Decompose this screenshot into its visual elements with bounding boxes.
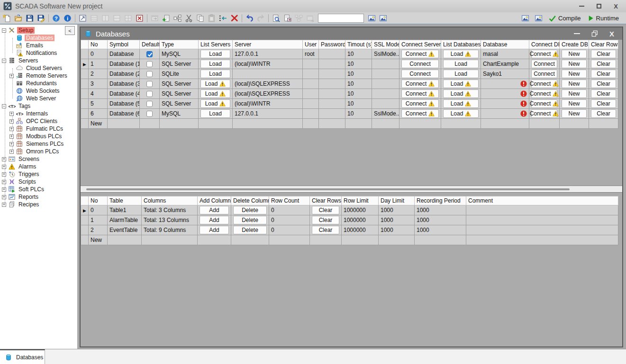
tree-item-redundants[interactable]: Redundants [0, 80, 77, 87]
connect-server-button[interactable]: Connect [401, 80, 439, 88]
tree-expander-plus[interactable]: + [9, 134, 14, 139]
find-button[interactable] [271, 13, 281, 23]
delete-column-button[interactable]: Delete [233, 216, 267, 224]
tree-item-tags[interactable]: −<T>Tags [0, 102, 77, 110]
cell-server[interactable]: 127.0.0.1 [233, 109, 303, 119]
tree-expander-plus[interactable]: + [2, 180, 6, 184]
list-databases-load-button[interactable]: Load [443, 109, 479, 118]
empty-cell[interactable] [231, 235, 269, 245]
column-header-list-databases[interactable]: List Databases [441, 40, 481, 49]
cell-recording-period[interactable]: 1000 [415, 215, 466, 225]
column-header-add-column[interactable]: Add Column [198, 196, 231, 205]
runtime-button[interactable]: Runtime [585, 15, 621, 22]
cell-ssl-mode[interactable] [372, 69, 399, 79]
tree-item-internals[interactable]: +<T>Internals [0, 110, 77, 117]
new-table-row[interactable]: New [81, 235, 618, 245]
list-databases-load-button[interactable]: Load [443, 80, 479, 88]
column-header-timout-s[interactable]: Timout (s) [345, 40, 372, 49]
column-header-delete-column[interactable]: Delete Column [231, 196, 269, 205]
connect-server-button[interactable]: Connect [401, 60, 439, 68]
cell-no-new[interactable]: New [89, 119, 108, 129]
cell-database[interactable]: ChartExample [481, 59, 529, 69]
column-header-password[interactable]: Password [319, 40, 345, 49]
help-button[interactable]: ? [51, 13, 62, 23]
cell-comment[interactable] [466, 205, 618, 215]
empty-cell[interactable] [303, 119, 319, 129]
tree-item-fulmatic-plcs[interactable]: +Fulmatic PLCs [0, 125, 77, 133]
add-column-button[interactable]: Add [200, 216, 229, 224]
cell-type[interactable]: SQLite [160, 69, 199, 79]
image-button[interactable] [378, 13, 389, 23]
tree-expander-plus[interactable]: + [2, 157, 6, 161]
cell-day-limit[interactable]: 1000 [379, 215, 415, 225]
connect-server-button[interactable]: Connect [401, 70, 439, 78]
cell-columns-summary[interactable]: Total: 3 Columns [142, 205, 198, 215]
empty-cell[interactable] [160, 119, 199, 129]
tree-expander-minus[interactable]: − [2, 28, 6, 33]
cell-ssl-mode[interactable] [372, 59, 399, 69]
cell-timeout[interactable]: 10 [345, 109, 372, 119]
cell-ssl-mode[interactable] [372, 89, 399, 99]
cell-default[interactable] [140, 59, 160, 69]
add-column-button[interactable]: Add [200, 226, 229, 234]
cell-ssl-mode[interactable]: SslMode... [372, 109, 399, 119]
create-db-new-button[interactable]: New [562, 80, 587, 88]
connect-server-button[interactable]: Connect [401, 109, 439, 118]
column-header-clear-rows[interactable]: Clear Rows [310, 196, 342, 205]
tree-expander-plus[interactable]: + [2, 165, 6, 169]
cell-day-limit[interactable]: 1000 [379, 225, 415, 235]
cell-no[interactable]: 1 [89, 215, 108, 225]
cell-row-count[interactable]: 0 [269, 225, 310, 235]
cell-ssl-mode[interactable]: SslMode... [372, 49, 399, 59]
save-edit-button[interactable] [36, 13, 46, 23]
connect-server-button[interactable]: Connect [401, 99, 439, 108]
default-checkbox[interactable] [146, 91, 153, 97]
column-header-columns[interactable]: Columns [142, 196, 198, 205]
undo-button[interactable] [244, 13, 255, 23]
tree-item-modbus-plcs[interactable]: +Modbus PLCs [0, 133, 77, 140]
empty-cell[interactable] [415, 235, 466, 245]
cell-server[interactable]: (local)\WINTR [233, 99, 303, 109]
splitter-handle[interactable] [86, 188, 570, 190]
empty-cell[interactable] [441, 119, 481, 129]
cell-no[interactable]: 2 [89, 225, 108, 235]
cell-password[interactable] [319, 99, 345, 109]
tree-item-emails[interactable]: Emails [0, 42, 77, 49]
create-db-new-button[interactable]: New [562, 60, 587, 68]
tree-expander-plus[interactable]: + [9, 74, 14, 78]
cell-server[interactable]: (local)\WINTR [233, 59, 303, 69]
create-db-new-button[interactable]: New [562, 99, 587, 108]
list-servers-load-button[interactable]: Load [200, 99, 230, 108]
column-header-connect-server[interactable]: Connect Server [399, 40, 441, 49]
tree-expander-plus[interactable]: + [9, 150, 14, 154]
cell-server[interactable]: (local)\SQLEXPRESS [233, 89, 303, 99]
default-checkbox[interactable] [146, 101, 153, 107]
cell-default[interactable] [140, 89, 160, 99]
tree-item-screens[interactable]: +Screens [0, 155, 77, 163]
open-project-button[interactable] [13, 13, 24, 23]
cell-row-count[interactable]: 0 [269, 215, 310, 225]
tree-item-reports[interactable]: +Reports [0, 193, 77, 201]
connect-db-button[interactable]: Connect [531, 109, 557, 118]
add-item-button[interactable] [161, 13, 172, 23]
list-servers-load-button[interactable]: Load [200, 50, 230, 58]
cell-recording-period[interactable]: 1000 [415, 225, 466, 235]
databases-minimize-button[interactable] [574, 33, 580, 34]
column-header-ssl-mode[interactable]: SSL Mode [372, 40, 399, 49]
image-button[interactable] [520, 13, 531, 23]
export-page-button[interactable] [282, 13, 293, 23]
tree-item-omron-plcs[interactable]: +Omron PLCs [0, 148, 77, 155]
clear-rows-button[interactable]: Clear [312, 226, 339, 234]
cell-database[interactable] [481, 109, 529, 119]
cell-symbol[interactable]: Database (5) [108, 99, 140, 109]
clear-rows-button[interactable]: Clear [591, 99, 616, 108]
clear-rows-button[interactable]: Clear [591, 109, 616, 118]
new-file-button[interactable] [1, 13, 12, 23]
cell-comment[interactable] [466, 225, 618, 235]
image-button[interactable] [366, 13, 377, 23]
new-database-row[interactable]: New [81, 119, 618, 129]
column-header-no[interactable]: No [89, 40, 108, 49]
default-checkbox[interactable] [146, 61, 153, 67]
tree-item-web-server[interactable]: Web Server [0, 95, 77, 102]
create-db-new-button[interactable]: New [562, 70, 587, 78]
